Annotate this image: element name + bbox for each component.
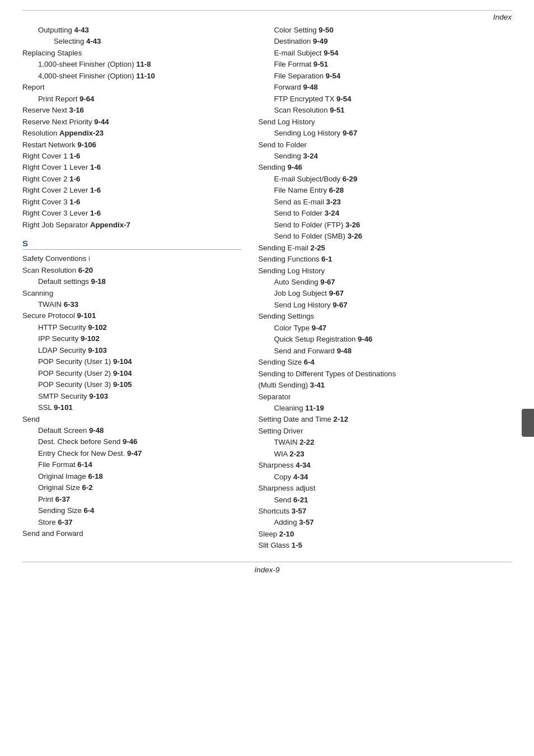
list-item: Right Cover 3 Lever 1-6	[22, 208, 241, 219]
list-item: Send Log History 9-67	[258, 300, 512, 311]
list-item: File Name Entry 6-28	[258, 185, 512, 196]
list-item: Resolution Appendix-23	[22, 128, 241, 139]
list-item: Sending Settings	[258, 311, 512, 322]
list-item: Send to Folder 3-24	[258, 208, 512, 219]
list-item: Shortcuts 3-57	[258, 506, 512, 517]
list-item: 1,000-sheet Finisher (Option) 11-8	[22, 59, 241, 70]
list-item: Right Cover 1 1-6	[22, 151, 241, 162]
list-item: Entry Check for New Dest. 9-47	[22, 448, 241, 459]
right-column: Color Setting 9-50Destination 9-49E-mail…	[252, 25, 512, 552]
list-item: Scan Resolution 9-51	[258, 105, 512, 116]
list-item: TWAIN 6-33	[22, 299, 241, 310]
list-item: Setting Driver	[258, 426, 512, 437]
list-item: Default settings 9-18	[22, 276, 241, 287]
list-item: Default Screen 9-48	[22, 425, 241, 436]
list-item: Separator	[258, 391, 512, 403]
list-item: E-mail Subject 9-54	[258, 48, 512, 59]
list-item: Copy 4-34	[258, 472, 512, 483]
left-column: Outputting 4-43Selecting 4-43Replacing S…	[22, 25, 252, 552]
list-item: Scanning	[22, 288, 241, 299]
list-item: Adding 3-57	[258, 517, 512, 528]
list-item: Sending Log History	[258, 265, 512, 277]
list-item: Right Job Separator Appendix-7	[22, 220, 241, 231]
list-item: Selecting 4-43	[22, 36, 241, 47]
bottom-rule	[22, 562, 512, 562]
list-item: WIA 2-23	[258, 449, 512, 460]
list-item: Forward 9-48	[258, 82, 512, 93]
list-item: IPP Security 9-102	[22, 333, 241, 344]
list-item: Send	[22, 414, 241, 425]
list-item: Sharpness 4-34	[258, 460, 512, 471]
list-item: File Format 6-14	[22, 459, 241, 470]
list-item: Send to Folder (SMB) 3-26	[258, 231, 512, 242]
list-item: Sending to Different Types of Destinatio…	[258, 368, 512, 380]
list-item: Original Image 6-18	[22, 471, 241, 482]
list-item: Send and Forward 9-48	[258, 346, 512, 357]
header-row: Index	[22, 13, 512, 21]
list-item: POP Security (User 3) 9-105	[22, 379, 241, 390]
list-item: Send to Folder (FTP) 3-26	[258, 220, 512, 231]
list-item: Sending 9-46	[258, 162, 512, 173]
list-item: Sending Size 6-4	[258, 357, 512, 368]
list-item: Scan Resolution 6-20	[22, 265, 241, 276]
top-rule	[22, 10, 512, 11]
header-title: Index	[493, 13, 512, 21]
list-item: POP Security (User 1) 9-104	[22, 356, 241, 367]
list-item: LDAP Security 9-103	[22, 345, 241, 356]
list-item: 4,000-sheet Finisher (Option) 11-10	[22, 71, 241, 82]
index-link[interactable]: i	[88, 254, 90, 263]
list-item: Restart Network 9-106	[22, 139, 241, 151]
list-item: Sending 3-24	[258, 151, 512, 162]
list-item: Store 6-37	[22, 517, 241, 528]
list-item: Send 6-21	[258, 494, 512, 506]
list-item: Right Cover 2 1-6	[22, 174, 241, 185]
list-item: Secure Protocol 9-101	[22, 310, 241, 321]
list-item: Dest. Check before Send 9-46	[22, 436, 241, 447]
list-item: Auto Sending 9-67	[258, 277, 512, 288]
list-item: Sleep 2-10	[258, 529, 512, 540]
list-item: Print 6-37	[22, 494, 241, 505]
list-item: Color Type 9-47	[258, 323, 512, 334]
list-item: Send Log History	[258, 116, 512, 128]
list-item: Sending Size 6-4	[22, 505, 241, 516]
list-item: Print Report 9-64	[22, 94, 241, 105]
footer-page: Index-9	[254, 566, 279, 574]
list-item: Replacing Staples	[22, 48, 241, 59]
list-item: Reserve Next Priority 9-44	[22, 116, 241, 128]
list-item: Sending Functions 6-1	[258, 254, 512, 265]
page-container: Index Outputting 4-43Selecting 4-43Repla…	[0, 0, 534, 756]
list-item: SMTP Security 9-103	[22, 391, 241, 402]
list-item: (Multi Sending) 3-41	[258, 380, 512, 391]
list-item: SSL 9-101	[22, 402, 241, 413]
list-item: Slit Glass 1-5	[258, 540, 512, 551]
list-item: File Format 9-51	[258, 59, 512, 70]
list-item: Send and Forward	[22, 528, 241, 539]
list-item: Quick Setup Registration 9-46	[258, 334, 512, 345]
list-item: Safety Conventions i	[22, 253, 241, 264]
list-item: Sending Log History 9-67	[258, 128, 512, 139]
section-heading-s: S	[22, 239, 241, 248]
footer-row: Index-9	[22, 566, 512, 574]
list-item: Job Log Subject 9-67	[258, 288, 512, 299]
list-item: Right Cover 1 Lever 1-6	[22, 162, 241, 173]
list-item: Send as E-mail 3-23	[258, 197, 512, 208]
list-item: Send to Folder	[258, 139, 512, 151]
list-item: Destination 9-49	[258, 36, 512, 47]
list-item: HTTP Security 9-102	[22, 322, 241, 333]
list-item: Color Setting 9-50	[258, 25, 512, 36]
list-item: Cleaning 11-19	[258, 403, 512, 414]
list-item: TWAIN 2-22	[258, 437, 512, 448]
list-item: FTP Encrypted TX 9-54	[258, 94, 512, 105]
list-item: Sending E-mail 2-25	[258, 242, 512, 254]
list-item: Reserve Next 3-16	[22, 105, 241, 116]
list-item: E-mail Subject/Body 6-29	[258, 174, 512, 185]
content-area: Outputting 4-43Selecting 4-43Replacing S…	[22, 25, 512, 552]
list-item: POP Security (User 2) 9-104	[22, 368, 241, 379]
list-item: Sharpness adjust	[258, 483, 512, 494]
list-item: Setting Date and Time 2-12	[258, 414, 512, 425]
list-item: Outputting 4-43	[22, 25, 241, 36]
list-item: Original Size 6-2	[22, 482, 241, 493]
list-item: Right Cover 3 1-6	[22, 197, 241, 208]
list-item: Right Cover 2 Lever 1-6	[22, 185, 241, 196]
section-rule	[22, 249, 241, 250]
